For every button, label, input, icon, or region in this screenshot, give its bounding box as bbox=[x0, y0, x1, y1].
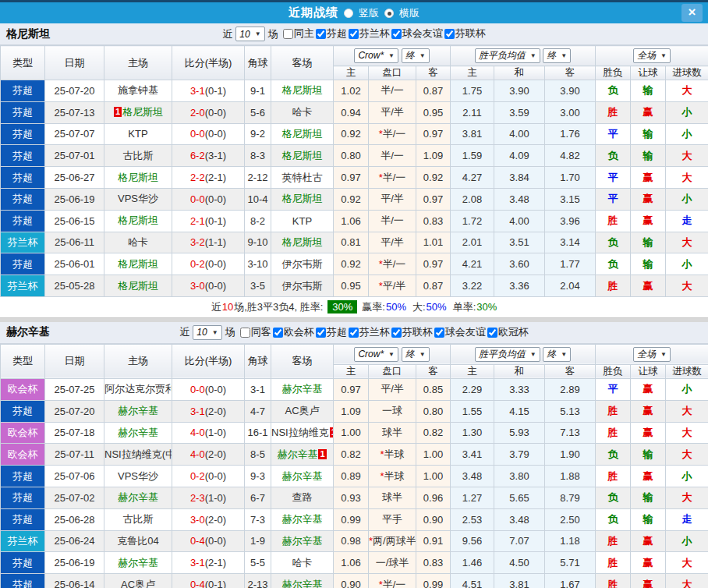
avg-stage-select[interactable]: 终▼ bbox=[543, 347, 571, 362]
dialog-title: 近期战绩 bbox=[289, 5, 338, 20]
home-team[interactable]: 古比斯 bbox=[104, 145, 172, 167]
away-team[interactable]: NSI拉纳维克1 bbox=[271, 422, 334, 444]
league-filter-checkbox[interactable] bbox=[391, 328, 402, 338]
home-team[interactable]: 1格尼斯坦 bbox=[104, 101, 172, 123]
horizontal-layout-label[interactable]: 横版 bbox=[399, 6, 419, 20]
away-team[interactable]: 查路 bbox=[271, 487, 334, 508]
away-team[interactable]: 赫尔辛基 bbox=[271, 378, 334, 400]
home-team[interactable]: 赫尔辛基 bbox=[104, 552, 172, 574]
bookmaker-select[interactable]: Crow*▼ bbox=[354, 48, 398, 63]
match-count-select[interactable]: 10▼ bbox=[193, 325, 221, 340]
home-team[interactable]: NSI拉纳维克(中) bbox=[104, 444, 172, 466]
avg-stage-select[interactable]: 终▼ bbox=[543, 48, 571, 63]
league-filter-checkbox[interactable] bbox=[444, 29, 455, 39]
avg-draw-cell: 4.00 bbox=[494, 123, 545, 145]
home-team[interactable]: 格尼斯坦 bbox=[104, 167, 172, 189]
home-team[interactable]: 格尼斯坦 bbox=[104, 253, 172, 275]
home-team[interactable]: 克鲁比04 bbox=[104, 530, 172, 552]
home-team[interactable]: 赫尔辛基 bbox=[104, 422, 172, 444]
league-filter-checkbox[interactable] bbox=[283, 29, 293, 39]
odds-stage-select[interactable]: 终▼ bbox=[402, 347, 430, 362]
away-team[interactable]: 赫尔辛基 bbox=[271, 530, 334, 552]
avg-draw-cell: 4.15 bbox=[494, 400, 545, 422]
home-team[interactable]: 格尼斯坦 bbox=[104, 210, 172, 232]
away-team[interactable]: 赫尔辛基 bbox=[271, 574, 334, 588]
league-filter[interactable]: 欧冠杯 bbox=[486, 325, 529, 339]
odds-handicap-cell: 半/一 bbox=[369, 145, 416, 167]
away-team[interactable]: AC奥卢 bbox=[271, 400, 334, 422]
horizontal-layout-radio[interactable] bbox=[384, 9, 394, 18]
away-team[interactable]: 哈卡 bbox=[271, 101, 334, 123]
avg-type-select[interactable]: 胜平负均值▼ bbox=[475, 48, 540, 63]
league-filter-checkbox[interactable] bbox=[434, 328, 444, 338]
away-team[interactable]: 伊尔韦斯 bbox=[271, 275, 334, 297]
league-filter-checkbox[interactable] bbox=[391, 29, 402, 39]
vertical-layout-label[interactable]: 竖版 bbox=[359, 6, 379, 20]
away-team[interactable]: 伊尔韦斯 bbox=[271, 253, 334, 275]
away-team[interactable]: 哈卡 bbox=[271, 552, 334, 574]
home-team[interactable]: 阿尔达克尔贾利 bbox=[104, 378, 172, 400]
avg-away-cell: 2.04 bbox=[545, 275, 596, 297]
league-filter[interactable]: 芬兰杯 bbox=[347, 325, 390, 339]
result-goals-cell: 大 bbox=[666, 167, 708, 189]
league-filter[interactable]: 芬兰杯 bbox=[347, 27, 390, 41]
league-filter[interactable]: 芬超 bbox=[314, 325, 347, 339]
avg-away-cell: 3.90 bbox=[545, 80, 596, 102]
home-team[interactable]: 哈卡 bbox=[104, 232, 172, 253]
league-filter[interactable]: 芬联杯 bbox=[390, 325, 433, 339]
away-team[interactable]: 格尼斯坦 bbox=[271, 80, 334, 102]
corners: 4-7 bbox=[245, 400, 271, 422]
odds-stage-select[interactable]: 终▼ bbox=[402, 48, 430, 63]
league-filter-checkbox[interactable] bbox=[316, 328, 326, 338]
away-team[interactable]: 格尼斯坦 bbox=[271, 145, 334, 167]
home-team[interactable]: VPS华沙 bbox=[104, 466, 172, 487]
odds-home-cell: 0.92 bbox=[334, 253, 369, 275]
home-team[interactable]: 格尼斯坦 bbox=[104, 275, 172, 297]
league-filter-checkbox[interactable] bbox=[349, 328, 359, 338]
bookmaker-select[interactable]: Crow*▼ bbox=[354, 347, 398, 362]
match-date: 25-06-19 bbox=[45, 188, 104, 210]
chevron-down-icon: ▼ bbox=[561, 351, 567, 358]
corners: 3-1 bbox=[245, 378, 271, 400]
away-team[interactable]: 格尼斯坦 bbox=[271, 123, 334, 145]
score: 0-4(0-0) bbox=[172, 530, 245, 552]
avg-type-select[interactable]: 胜平负均值▼ bbox=[475, 347, 540, 362]
col-header-score: 比分(半场) bbox=[172, 46, 245, 80]
league-filter[interactable]: 同主 bbox=[281, 27, 314, 41]
home-team[interactable]: 赫尔辛基 bbox=[104, 400, 172, 422]
away-team[interactable]: KTP bbox=[271, 210, 334, 232]
chevron-down-icon: ▼ bbox=[388, 52, 395, 59]
away-team[interactable]: 赫尔辛基 bbox=[271, 508, 334, 530]
match-count-select[interactable]: 10▼ bbox=[235, 27, 264, 41]
league-filter-group: 同主芬超芬兰杯球会友谊芬联杯 bbox=[281, 27, 486, 41]
league-filter[interactable]: 球会友谊 bbox=[390, 27, 443, 41]
home-team[interactable]: 赫尔辛基 bbox=[104, 487, 172, 508]
away-team[interactable]: 格尼斯坦 bbox=[271, 188, 334, 210]
table-row: 芬超 25-06-19 VPS华沙 0-0(0-0) 10-4 格尼斯坦 0.9… bbox=[1, 188, 708, 210]
scope-select[interactable]: 全场▼ bbox=[633, 347, 671, 362]
home-team[interactable]: KTP bbox=[104, 123, 172, 145]
home-team[interactable]: VPS华沙 bbox=[104, 188, 172, 210]
odds-handicap-cell: 平手 bbox=[369, 508, 416, 530]
vertical-layout-radio[interactable] bbox=[344, 9, 353, 18]
league-filter-checkbox[interactable] bbox=[349, 29, 359, 39]
league-filter-checkbox[interactable] bbox=[487, 328, 497, 338]
away-team[interactable]: 赫尔辛基1 bbox=[271, 444, 334, 466]
league-filter[interactable]: 球会友谊 bbox=[433, 325, 486, 339]
scope-select[interactable]: 全场▼ bbox=[633, 48, 671, 63]
away-team[interactable]: 英特杜古 bbox=[271, 167, 334, 189]
close-icon[interactable]: × bbox=[681, 4, 703, 22]
away-team[interactable]: 赫尔辛基 bbox=[271, 466, 334, 487]
league-filter[interactable]: 芬超 bbox=[314, 27, 347, 41]
home-team[interactable]: 施拿钟基 bbox=[104, 80, 172, 102]
home-team[interactable]: 古比斯 bbox=[104, 508, 172, 530]
league-filter[interactable]: 芬联杯 bbox=[443, 27, 486, 41]
league-filter[interactable]: 欧会杯 bbox=[271, 325, 314, 339]
league-filter-checkbox[interactable] bbox=[273, 328, 283, 338]
away-team[interactable]: 格尼斯坦 bbox=[271, 232, 334, 253]
home-team[interactable]: AC奥卢 bbox=[104, 574, 172, 588]
league-filter-checkbox[interactable] bbox=[316, 29, 326, 39]
league-filter-checkbox[interactable] bbox=[240, 328, 250, 338]
summary-near: 近 bbox=[211, 300, 221, 314]
league-filter[interactable]: 同客 bbox=[239, 325, 271, 339]
